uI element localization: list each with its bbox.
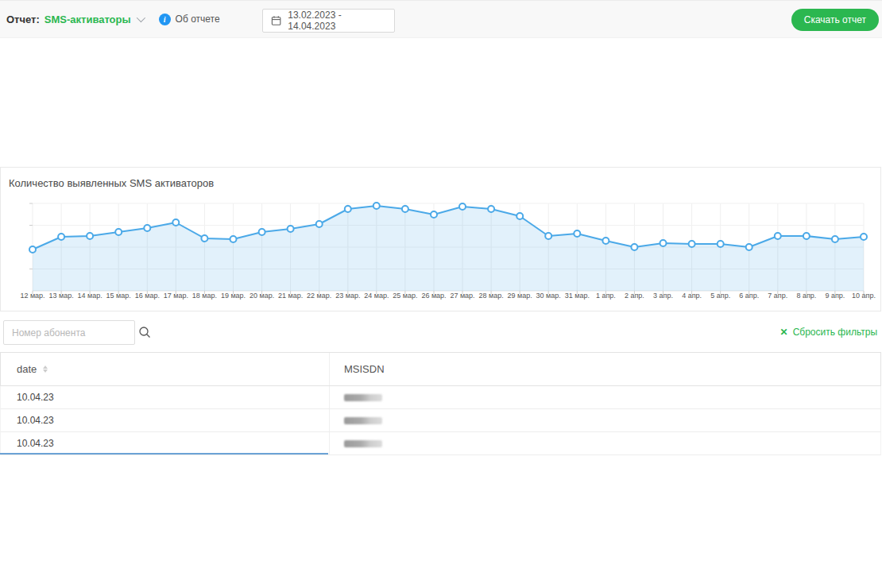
svg-text:3 апр.: 3 апр. [653,292,673,300]
date-range-value: 13.02.2023 - 14.04.2023 [288,10,386,32]
report-label: Отчет: [6,14,40,25]
info-icon: i [159,14,171,25]
svg-text:5 апр.: 5 апр. [710,292,730,300]
close-icon: ✕ [780,327,788,337]
svg-text:17 мар.: 17 мар. [164,292,188,300]
date-value: 10.04.23 [17,415,54,426]
msisdn-column-label: MSISDN [344,363,385,375]
calendar-icon [271,15,281,26]
date-cell: 10.04.23 [1,386,329,408]
filter-row: ✕ Сбросить фильтры [0,318,882,346]
redacted-msisdn [344,440,382,447]
date-cell: 10.04.23 [1,432,329,455]
svg-text:12 мар.: 12 мар. [20,292,44,300]
reset-filters-label: Сбросить фильтры [793,327,877,338]
svg-text:20 мар.: 20 мар. [250,292,274,300]
reset-filters-button[interactable]: ✕ Сбросить фильтры [780,327,877,338]
svg-text:7 апр.: 7 апр. [768,292,787,300]
msisdn-cell [329,386,880,408]
svg-text:27 мар.: 27 мар. [450,292,474,300]
svg-text:18 мар.: 18 мар. [192,292,217,300]
svg-text:31 мар.: 31 мар. [565,292,590,300]
subscriber-number-input[interactable] [4,321,138,344]
svg-text:24 мар.: 24 мар. [364,292,389,300]
report-toolbar: Отчет: SMS-активаторы i Об отчете 13.02.… [0,0,882,38]
msisdn-cell [329,409,880,431]
activators-chart-card: Количество выявленных SMS активаторов 12… [0,167,881,311]
report-selector-group: Отчет: SMS-активаторы i Об отчете [6,1,220,37]
download-report-button[interactable]: Скачать отчет [791,9,879,31]
table-row: 10.04.23 [0,409,881,432]
sort-icon [43,366,48,373]
svg-text:28 мар.: 28 мар. [478,292,503,300]
table-row: 10.04.23 [0,432,881,455]
svg-text:2 апр.: 2 апр. [625,292,644,300]
chevron-down-icon [136,14,145,22]
svg-text:23 мар.: 23 мар. [335,292,360,300]
table-header-row: date MSISDN [0,352,881,386]
results-table: date MSISDN 10.04.23 10.04.23 10.04.23 [0,352,881,455]
svg-text:15 мар.: 15 мар. [106,292,131,300]
svg-text:9 апр.: 9 апр. [825,292,845,300]
search-icon[interactable] [138,321,152,344]
svg-text:29 мар.: 29 мар. [508,292,532,300]
date-cell: 10.04.23 [1,409,329,431]
svg-text:14 мар.: 14 мар. [77,292,102,300]
date-range-picker[interactable]: 13.02.2023 - 14.04.2023 [262,9,395,33]
svg-text:25 мар.: 25 мар. [393,292,417,300]
msisdn-cell [329,432,880,455]
svg-text:30 мар.: 30 мар. [536,292,561,300]
column-header-date[interactable]: date [1,353,329,385]
report-type-dropdown[interactable]: SMS-активаторы [44,14,143,25]
svg-text:1 апр.: 1 апр. [596,292,616,300]
date-value: 10.04.23 [17,438,54,449]
svg-text:16 мар.: 16 мар. [135,292,160,300]
about-report-link[interactable]: i Об отчете [159,14,220,25]
table-row: 10.04.23 [0,386,881,409]
activators-area-chart: 12 мар.13 мар.14 мар.15 мар.16 мар.17 ма… [1,168,880,311]
table-scroll-edge [0,453,328,455]
svg-text:6 апр.: 6 апр. [739,292,759,300]
svg-text:4 апр.: 4 апр. [682,292,702,300]
subscriber-search-box [3,320,135,345]
svg-text:26 мар.: 26 мар. [421,292,446,300]
about-report-label: Об отчете [176,14,220,25]
svg-text:19 мар.: 19 мар. [221,292,246,300]
svg-text:22 мар.: 22 мар. [307,292,331,300]
column-header-msisdn: MSISDN [329,353,880,385]
svg-text:10 апр.: 10 апр. [852,292,876,300]
redacted-msisdn [344,417,382,424]
redacted-msisdn [344,394,382,401]
date-value: 10.04.23 [17,392,54,403]
svg-text:13 мар.: 13 мар. [48,292,73,300]
report-name: SMS-активаторы [44,14,131,25]
svg-text:21 мар.: 21 мар. [278,292,303,300]
date-column-label: date [17,363,37,375]
svg-text:8 апр.: 8 апр. [796,292,816,300]
